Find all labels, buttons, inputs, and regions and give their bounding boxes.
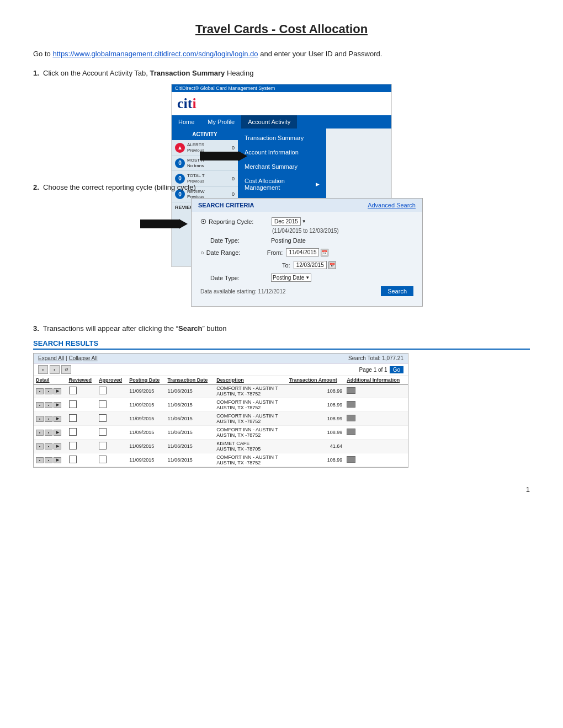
row-icon-chart[interactable]: ▪ bbox=[45, 430, 52, 436]
approved-checkbox[interactable] bbox=[99, 442, 107, 449]
intro-link[interactable]: https://www.globalmanagement.citidirect.… bbox=[52, 50, 258, 58]
reviewed-checkbox[interactable] bbox=[69, 387, 77, 394]
row-icon-arrow[interactable]: ▶ bbox=[54, 402, 61, 408]
cell-approved bbox=[97, 384, 127, 398]
desc-line1: COMFORT INN - AUSTIN T bbox=[216, 413, 285, 419]
row-icon-bar[interactable]: ▪ bbox=[36, 443, 44, 449]
attachment-icon[interactable] bbox=[347, 387, 355, 394]
nav-myprofile[interactable]: My Profile bbox=[201, 115, 241, 129]
row-icon-arrow[interactable]: ▶ bbox=[54, 457, 61, 463]
cell-amount: 108.99 bbox=[287, 426, 344, 440]
date-type2-select[interactable]: Posting Date ▼ bbox=[271, 274, 311, 282]
approved-checkbox[interactable] bbox=[99, 428, 107, 436]
go-button[interactable]: Go bbox=[390, 366, 403, 373]
menu-merchant-summary[interactable]: Merchant Summary bbox=[238, 159, 326, 174]
row-icon-bar[interactable]: ▪ bbox=[36, 416, 44, 422]
cell-posting-date: 11/09/2015 bbox=[127, 398, 165, 412]
cell-transaction-date: 11/06/2015 bbox=[166, 453, 215, 467]
reviewed-checkbox[interactable] bbox=[69, 400, 77, 408]
step-2-number: 2. bbox=[33, 183, 39, 191]
nav-home[interactable]: Home bbox=[172, 115, 201, 129]
to-value[interactable]: 12/03/2015 bbox=[294, 261, 327, 269]
cell-reviewed bbox=[67, 398, 97, 412]
expand-label[interactable]: Expand All bbox=[38, 355, 64, 361]
icon-btn-1[interactable]: ▪ bbox=[38, 365, 48, 374]
date-range-radio[interactable]: ○ bbox=[200, 249, 204, 256]
date-type2-label: Date Type: bbox=[210, 275, 271, 281]
table-row: ▪ ▪ ▶ 11/09/2015 11/06/2015 COMFORT INN … bbox=[34, 426, 408, 440]
cell-additional bbox=[344, 453, 408, 467]
attachment-icon[interactable] bbox=[347, 415, 355, 421]
row-icon-chart[interactable]: ▪ bbox=[45, 388, 52, 394]
approved-checkbox[interactable] bbox=[99, 400, 107, 408]
row-icon-chart[interactable]: ▪ bbox=[45, 443, 52, 449]
cell-description: COMFORT INN - AUSTIN TAUSTIN, TX -78752 bbox=[214, 412, 287, 426]
search-criteria-header: SEARCH CRITERIA Advanced Search bbox=[192, 199, 422, 212]
total-label: TOTAL T bbox=[187, 173, 205, 179]
row-icon-chart[interactable]: ▪ bbox=[45, 402, 52, 408]
desc-line2: AUSTIN, TX -78752 bbox=[216, 391, 285, 397]
row-icon-arrow[interactable]: ▶ bbox=[54, 443, 61, 449]
row-icon-group: ▪ ▪ ▶ bbox=[36, 416, 65, 422]
row-icon-bar[interactable]: ▪ bbox=[36, 430, 44, 436]
cell-posting-date: 11/09/2015 bbox=[127, 426, 165, 440]
approved-checkbox[interactable] bbox=[99, 414, 107, 422]
approved-checkbox[interactable] bbox=[99, 456, 107, 463]
row-icon-bar[interactable]: ▪ bbox=[36, 457, 44, 463]
from-calendar-icon[interactable]: 📅 bbox=[321, 249, 328, 256]
attachment-icon[interactable] bbox=[347, 429, 355, 435]
col-additional-info: Additional Information bbox=[344, 376, 408, 384]
to-row: To: 12/03/2015 📅 bbox=[272, 261, 413, 269]
intro-text-before: Go to bbox=[33, 50, 52, 58]
cell-approved bbox=[97, 398, 127, 412]
row-icon-arrow[interactable]: ▶ bbox=[54, 416, 61, 422]
advanced-search-link[interactable]: Advanced Search bbox=[368, 202, 416, 208]
desc-line1: KISMET CAFE bbox=[216, 441, 285, 446]
cell-posting-date: 11/09/2015 bbox=[127, 440, 165, 453]
cell-posting-date: 11/09/2015 bbox=[127, 412, 165, 426]
cell-amount: 108.99 bbox=[287, 398, 344, 412]
row-icon-bar[interactable]: ▪ bbox=[36, 402, 44, 408]
approved-checkbox[interactable] bbox=[99, 387, 107, 394]
icon-btn-3[interactable]: ↺ bbox=[61, 365, 71, 374]
cell-description: KISMET CAFEAUSTIN, TX -78705 bbox=[214, 440, 287, 453]
cell-approved bbox=[97, 440, 127, 453]
reviewed-checkbox[interactable] bbox=[69, 456, 77, 463]
icon-btn-2[interactable]: ▪ bbox=[50, 365, 60, 374]
step-1-number: 1. bbox=[33, 69, 39, 77]
step-2-screenshot: SEARCH CRITERIA Advanced Search ⦿ Report… bbox=[33, 198, 530, 307]
activity-header: ACTIVITY bbox=[172, 129, 238, 140]
nav-account-activity[interactable]: Account Activity bbox=[241, 115, 297, 129]
attachment-icon[interactable] bbox=[347, 401, 355, 408]
reviewed-checkbox[interactable] bbox=[69, 428, 77, 436]
row-icon-arrow[interactable]: ▶ bbox=[54, 430, 61, 436]
step2-arrow-container bbox=[140, 219, 188, 229]
cell-approved bbox=[97, 412, 127, 426]
menu-cost-allocation[interactable]: Cost Allocation Management ▶ bbox=[238, 174, 326, 195]
to-calendar-icon[interactable]: 📅 bbox=[328, 261, 336, 269]
reporting-cycle-radio[interactable]: ⦿ bbox=[200, 218, 206, 225]
row-icon-bar[interactable]: ▪ bbox=[36, 388, 44, 394]
date-range-row: ○ Date Range: From: 11/04/2015 📅 bbox=[200, 248, 413, 256]
attachment-icon[interactable] bbox=[347, 456, 355, 463]
expand-collapse-bar: Expand All | Collapse All bbox=[38, 355, 98, 361]
row-icon-chart[interactable]: ▪ bbox=[45, 457, 52, 463]
reporting-cycle-dropdown-arrow[interactable]: ▼ bbox=[302, 219, 306, 224]
row-icon-chart[interactable]: ▪ bbox=[45, 416, 52, 422]
from-value[interactable]: 11/04/2015 bbox=[286, 248, 319, 256]
page-number: 1 bbox=[33, 485, 530, 494]
reporting-cycle-range: (11/04/2015 to 12/03/2015) bbox=[272, 228, 339, 234]
collapse-label[interactable]: Collapse All bbox=[68, 355, 97, 361]
cell-additional bbox=[344, 426, 408, 440]
reviewed-checkbox[interactable] bbox=[69, 442, 77, 449]
row-icon-arrow[interactable]: ▶ bbox=[54, 388, 61, 394]
reviewed-checkbox[interactable] bbox=[69, 414, 77, 422]
desc-line2: AUSTIN, TX -78752 bbox=[216, 432, 285, 438]
menu-account-information[interactable]: Account Information bbox=[238, 145, 326, 159]
search-button[interactable]: Search bbox=[381, 286, 413, 296]
citi-nav: Home My Profile Account Activity bbox=[172, 115, 391, 129]
search-total: Search Total: 1,077.21 bbox=[348, 355, 403, 361]
step1-arrow-head bbox=[238, 151, 247, 161]
step-2: 2. Choose the correct reporting cycle (b… bbox=[33, 183, 530, 307]
menu-transaction-summary[interactable]: Transaction Summary bbox=[238, 131, 326, 145]
